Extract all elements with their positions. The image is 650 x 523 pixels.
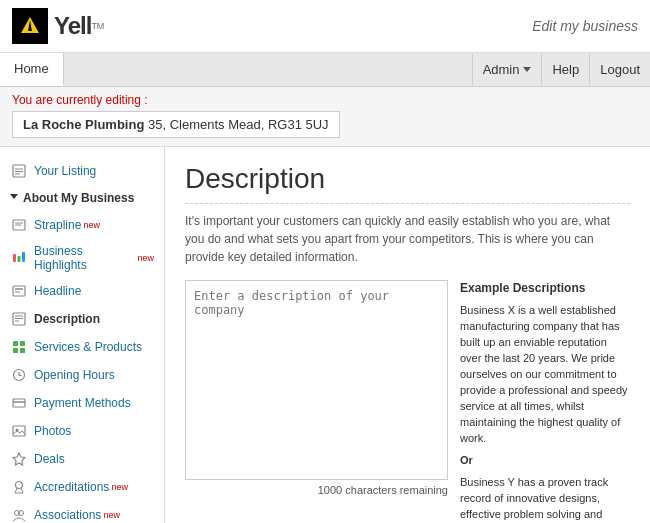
example-panel-title: Example Descriptions <box>460 280 630 297</box>
svg-rect-22 <box>20 348 25 353</box>
sidebar-item-your-listing[interactable]: Your Listing <box>0 157 164 185</box>
deals-label: Deals <box>34 452 65 466</box>
sidebar-item-deals[interactable]: Deals <box>0 445 164 473</box>
description-label: Description <box>34 312 100 326</box>
nav-logout[interactable]: Logout <box>589 54 650 85</box>
svg-rect-21 <box>13 348 18 353</box>
example-or: Or <box>460 453 630 469</box>
example-panel: Example Descriptions Business X is a wel… <box>460 280 630 523</box>
business-address-text: 35, Clements Mead, RG31 5UJ <box>148 117 329 132</box>
your-listing-label: Your Listing <box>34 164 96 178</box>
sidebar-item-opening-hours[interactable]: Opening Hours <box>0 361 164 389</box>
listing-icon <box>10 162 28 180</box>
editing-bar: You are currently editing : La Roche Plu… <box>0 87 650 147</box>
payment-methods-label: Payment Methods <box>34 396 131 410</box>
svg-rect-10 <box>18 256 21 262</box>
svg-rect-26 <box>13 399 25 407</box>
nav-admin[interactable]: Admin <box>472 54 542 85</box>
content-columns: 1000 characters remaining Example Descri… <box>185 280 630 523</box>
svg-line-33 <box>21 488 23 493</box>
sidebar-item-services[interactable]: Services & Products <box>0 333 164 361</box>
associations-new-badge: new <box>103 510 120 520</box>
business-name: La Roche Plumbing <box>23 117 144 132</box>
business-highlights-icon <box>10 249 28 267</box>
opening-hours-icon <box>10 366 28 384</box>
about-section-header[interactable]: About My Business <box>0 185 164 211</box>
example-text-1: Business X is a well established manufac… <box>460 303 630 446</box>
about-section-label: About My Business <box>23 191 134 205</box>
accreditations-icon <box>10 478 28 496</box>
associations-icon <box>10 506 28 523</box>
headline-icon <box>10 282 28 300</box>
svg-point-31 <box>16 482 23 489</box>
page-title: Description <box>185 163 630 204</box>
top-header: YellTM Edit my business <box>0 0 650 53</box>
svg-rect-20 <box>20 341 25 346</box>
logo-text: Yell <box>54 12 91 40</box>
logo-area: YellTM <box>12 8 104 44</box>
logo-tm: TM <box>91 21 104 31</box>
business-name-bar: La Roche Plumbing 35, Clements Mead, RG3… <box>12 111 340 138</box>
accreditations-label: Accreditations <box>34 480 109 494</box>
business-highlights-label: Business Highlights <box>34 244 135 272</box>
nav-bar: Home Admin Help Logout <box>0 53 650 87</box>
sidebar-item-description[interactable]: Description <box>0 305 164 333</box>
edit-business-label: Edit my business <box>532 18 638 34</box>
sidebar-item-strapline[interactable]: Straplinenew <box>0 211 164 239</box>
char-count: 1000 characters remaining <box>185 484 448 496</box>
description-icon <box>10 310 28 328</box>
sidebar-item-payment-methods[interactable]: Payment Methods <box>0 389 164 417</box>
strapline-label: Strapline <box>34 218 81 232</box>
nav-home[interactable]: Home <box>0 53 64 86</box>
example-text-2: Business Y has a proven track record of … <box>460 475 630 523</box>
business-highlights-new-badge: new <box>137 253 154 263</box>
sidebar: Your Listing About My Business Strapline… <box>0 147 165 523</box>
svg-rect-28 <box>13 426 25 436</box>
about-section-arrow <box>10 194 18 203</box>
sidebar-item-headline[interactable]: Headline <box>0 277 164 305</box>
photos-icon <box>10 422 28 440</box>
sidebar-item-associations[interactable]: Associationsnew <box>0 501 164 523</box>
svg-rect-9 <box>13 254 16 262</box>
services-label: Services & Products <box>34 340 142 354</box>
sidebar-item-accreditations[interactable]: Accreditationsnew <box>0 473 164 501</box>
nav-help[interactable]: Help <box>541 54 589 85</box>
svg-rect-12 <box>13 286 25 296</box>
description-intro: It's important your customers can quickl… <box>185 212 630 266</box>
textarea-wrapper: 1000 characters remaining <box>185 280 448 523</box>
description-textarea[interactable] <box>185 280 448 480</box>
svg-rect-19 <box>13 341 18 346</box>
headline-label: Headline <box>34 284 81 298</box>
svg-line-32 <box>15 488 17 493</box>
admin-dropdown-icon <box>523 67 531 72</box>
accreditations-new-badge: new <box>111 482 128 492</box>
editing-label: You are currently editing : <box>12 93 638 107</box>
svg-marker-30 <box>13 453 25 465</box>
strapline-icon <box>10 216 28 234</box>
deals-icon <box>10 450 28 468</box>
svg-rect-11 <box>22 252 25 262</box>
yell-logo-icon <box>12 8 48 44</box>
services-icon <box>10 338 28 356</box>
payment-methods-icon <box>10 394 28 412</box>
main-layout: Your Listing About My Business Strapline… <box>0 147 650 523</box>
opening-hours-label: Opening Hours <box>34 368 115 382</box>
strapline-new-badge: new <box>83 220 100 230</box>
photos-label: Photos <box>34 424 71 438</box>
associations-label: Associations <box>34 508 101 522</box>
content-area: Description It's important your customer… <box>165 147 650 523</box>
sidebar-item-photos[interactable]: Photos <box>0 417 164 445</box>
sidebar-item-business-highlights[interactable]: Business Highlightsnew <box>0 239 164 277</box>
